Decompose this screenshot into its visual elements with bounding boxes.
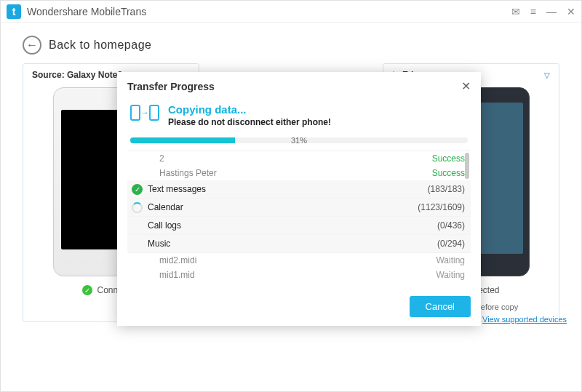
- menu-icon[interactable]: ≡: [530, 6, 536, 17]
- back-arrow-icon: ←: [23, 36, 41, 55]
- list-item: Hastings Peter Success: [127, 166, 471, 180]
- list-category: Call logs (0/436): [127, 217, 471, 235]
- transfer-progress-dialog: Transfer Progress ✕ → Copying data... Pl…: [117, 72, 481, 326]
- close-window-icon[interactable]: ✕: [567, 6, 575, 17]
- feedback-icon[interactable]: ✉: [511, 6, 520, 17]
- spinner-icon: [132, 202, 143, 213]
- minimize-icon[interactable]: —: [546, 6, 557, 17]
- list-item: mid1.mid Waiting: [127, 268, 471, 281]
- list-category: Calendar (1123/1609): [127, 199, 471, 217]
- titlebar: t Wondershare MobileTrans ✉ ≡ — ✕: [1, 1, 581, 23]
- android-icon: ROID: [478, 168, 514, 212]
- copying-title: Copying data...: [168, 103, 331, 116]
- supported-devices-link[interactable]: View supported devices: [482, 315, 567, 324]
- source-label: Source: Galaxy Note3: [32, 70, 122, 80]
- transfer-list: 2 Success Hastings Peter Success ✓ Text …: [127, 151, 471, 281]
- list-item: 2 Success: [127, 151, 471, 166]
- cancel-button[interactable]: Cancel: [410, 296, 471, 317]
- back-to-homepage-button[interactable]: ← Back to homepage: [15, 30, 567, 63]
- progress-bar: 31%: [130, 137, 468, 143]
- phone-transfer-icon: →: [130, 105, 159, 121]
- success-icon: ✓: [132, 184, 143, 195]
- dialog-title: Transfer Progress: [127, 81, 215, 92]
- chevron-down-icon[interactable]: ▽: [544, 71, 550, 79]
- list-item: mid2.midi Waiting: [127, 253, 471, 268]
- app-logo-icon: t: [7, 4, 21, 19]
- copying-subtitle: Please do not disconnect either phone!: [168, 117, 331, 127]
- list-category: Music (0/294): [127, 235, 471, 253]
- back-label: Back to homepage: [49, 39, 151, 52]
- check-icon: ✓: [82, 285, 92, 295]
- close-icon[interactable]: ✕: [461, 79, 471, 93]
- list-category: ✓ Text messages (183/183): [127, 180, 471, 199]
- progress-percent: 31%: [291, 136, 307, 145]
- app-title: Wondershare MobileTrans: [27, 6, 511, 17]
